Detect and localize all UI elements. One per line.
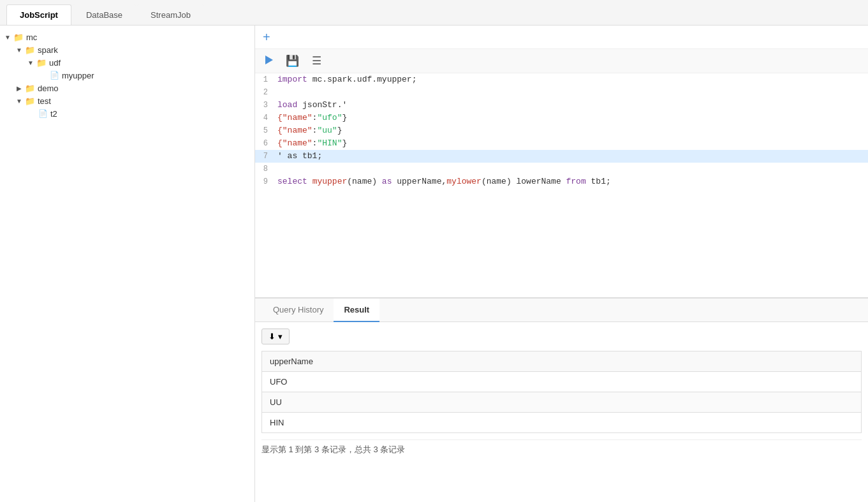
sidebar-label-udf: udf [49,58,61,68]
line-content-7: ' as tb1; [274,150,868,163]
col-header-uppername: upperName [262,351,862,372]
line-content-3: load jsonStr.' [274,99,868,112]
table-row: HIN [262,413,862,433]
folder-icon-mc: 📁 [13,33,24,41]
line-num-1: 1 [255,73,274,86]
line-num-7: 7 [255,150,274,163]
save-button[interactable]: 💾 [283,53,302,69]
code-line-9: 9 select myupper(name) as upperName,mylo… [255,175,868,188]
tree-toggle-mc[interactable]: ▼ [3,32,13,42]
save-icon: 💾 [286,54,299,68]
code-line-1: 1 import mc.spark.udf.myupper; [255,73,868,86]
add-script-button[interactable]: + [263,31,270,43]
sidebar-item-mc[interactable]: ▼ 📁 mc [0,31,254,43]
format-button[interactable]: ☰ [309,53,324,69]
sidebar-item-test[interactable]: ▼ 📁 test [0,94,254,107]
table-cell: HIN [262,413,862,433]
tab-database[interactable]: DataBase [73,4,136,25]
result-area: ⬇ ▾ upperName UFOUUHIN 显示第 1 到第 3 条记录，总共… [255,322,868,502]
run-icon [265,55,273,67]
code-line-6: 6 {"name":"HIN"} [255,137,868,150]
table-row: UFO [262,372,862,392]
sidebar-item-myupper[interactable]: 📄 myupper [0,69,254,82]
sidebar-label-demo: demo [38,84,59,93]
top-tab-bar: JobScript DataBase StreamJob [0,0,868,26]
sidebar-label-t2: t2 [50,109,57,119]
sidebar-item-demo[interactable]: ▶ 📁 demo [0,82,254,94]
tree-toggle-test[interactable]: ▼ [14,96,24,106]
tree-toggle-myupper [38,70,48,80]
line-num-6: 6 [255,137,274,150]
code-line-8: 8 [255,163,868,175]
bottom-tab-bar: Query History Result [255,299,868,322]
sidebar-item-t2[interactable]: 📄 t2 [0,107,254,120]
sidebar: ▼ 📁 mc ▼ 📁 spark ▼ 📁 udf 📄 myupper ▶ 📁 d… [0,26,255,502]
table-cell: UFO [262,372,862,392]
table-row: UU [262,392,862,413]
code-editor[interactable]: 1 import mc.spark.udf.myupper; 2 3 load … [255,73,868,297]
run-button[interactable] [263,54,276,68]
file-icon-t2: 📄 [37,109,48,118]
code-line-3: 3 load jsonStr.' [255,99,868,112]
folder-icon-test: 📁 [24,96,36,105]
editor-container: 💾 ☰ 1 import mc.spark.udf.myupper; 2 [255,49,868,298]
download-icon: ⬇ [268,332,276,341]
editor-toolbar: 💾 ☰ [255,49,868,73]
result-table: upperName UFOUUHIN [261,351,862,433]
code-line-7: 7 ' as tb1; [255,150,868,163]
dropdown-arrow: ▾ [278,332,283,341]
right-content: + 💾 ☰ 1 [255,26,868,502]
sidebar-item-udf[interactable]: ▼ 📁 udf [0,56,254,69]
line-num-9: 9 [255,175,274,188]
line-num-8: 8 [255,163,274,175]
line-num-2: 2 [255,86,274,99]
code-line-4: 4 {"name":"ufo"} [255,112,868,124]
sidebar-label-test: test [38,96,51,106]
line-content-9: select myupper(name) as upperName,mylowe… [274,175,868,188]
sidebar-label-mc: mc [26,33,37,42]
folder-icon-udf: 📁 [36,58,47,67]
line-content-6: {"name":"HIN"} [274,137,868,150]
format-icon: ☰ [312,54,321,68]
sidebar-label-spark: spark [38,45,58,55]
tree-toggle-udf[interactable]: ▼ [26,57,36,68]
table-cell: UU [262,392,862,413]
tree-toggle-t2 [27,108,37,119]
tab-jobscript[interactable]: JobScript [6,4,71,25]
add-bar: + [255,26,868,49]
line-num-3: 3 [255,99,274,112]
bottom-panel: Query History Result ⬇ ▾ upperName UFOUU… [255,298,868,502]
tab-streamjob[interactable]: StreamJob [137,4,204,25]
line-content-4: {"name":"ufo"} [274,112,868,124]
line-content-5: {"name":"uu"} [274,124,868,137]
sidebar-item-spark[interactable]: ▼ 📁 spark [0,43,254,56]
pagination-info: 显示第 1 到第 3 条记录，总共 3 条记录 [261,439,862,459]
tree-toggle-spark[interactable]: ▼ [14,45,24,55]
file-icon-myupper: 📄 [48,71,60,80]
line-content-2 [274,86,868,99]
download-button[interactable]: ⬇ ▾ [261,329,290,344]
line-num-4: 4 [255,112,274,124]
tab-query-history[interactable]: Query History [263,299,334,322]
tab-result[interactable]: Result [334,299,379,322]
line-content-1: import mc.spark.udf.myupper; [274,73,868,86]
table-header-row: upperName [262,351,862,372]
line-num-5: 5 [255,124,274,137]
folder-icon-demo: 📁 [24,84,36,92]
folder-icon-spark: 📁 [24,45,36,54]
code-line-2: 2 [255,86,868,99]
tree-toggle-demo[interactable]: ▶ [14,83,24,93]
sidebar-label-myupper: myupper [62,71,94,80]
line-content-8 [274,163,868,175]
code-line-5: 5 {"name":"uu"} [255,124,868,137]
main-layout: ▼ 📁 mc ▼ 📁 spark ▼ 📁 udf 📄 myupper ▶ 📁 d… [0,26,868,502]
